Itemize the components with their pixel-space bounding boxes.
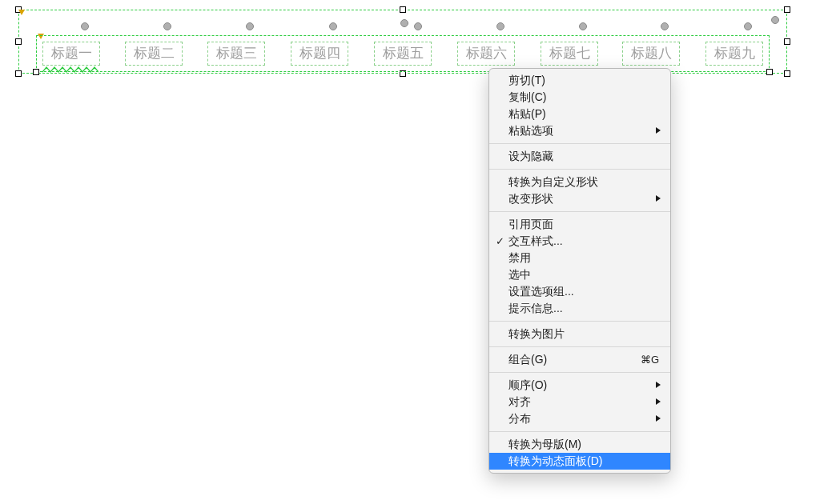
- node-dot[interactable]: [400, 19, 408, 27]
- node-dot[interactable]: [744, 22, 752, 30]
- submenu-arrow-icon: [656, 415, 661, 422]
- menu-cut[interactable]: 剪切(T): [489, 72, 670, 89]
- title-box[interactable]: 标题六: [457, 42, 515, 66]
- title-box[interactable]: 标题二: [125, 42, 183, 66]
- menu-label: 对齐: [508, 395, 531, 408]
- submenu-arrow-icon: [656, 127, 661, 134]
- submenu-arrow-icon: [656, 382, 661, 388]
- handle-nw[interactable]: [15, 6, 22, 13]
- checkmark-icon: ✓: [496, 233, 504, 250]
- handle-ne[interactable]: [784, 6, 790, 13]
- title-label: 标题九: [714, 46, 755, 61]
- menu-convert-to-master[interactable]: 转换为母版(M): [489, 436, 670, 453]
- menu-label: 设置选项组...: [508, 285, 574, 298]
- title-label: 标题八: [631, 46, 672, 61]
- title-box[interactable]: 标题一: [42, 42, 100, 66]
- menu-interaction-styles[interactable]: ✓ 交互样式...: [489, 233, 670, 250]
- title-box[interactable]: 标题四: [291, 42, 348, 66]
- title-box[interactable]: 标题七: [541, 42, 598, 66]
- handle-sw[interactable]: [15, 70, 22, 77]
- menu-label: 提示信息...: [508, 302, 563, 314]
- squiggle-icon: [42, 66, 98, 73]
- node-dot[interactable]: [771, 16, 779, 24]
- menu-label: 粘贴选项: [508, 124, 553, 137]
- menu-label: 交互样式...: [508, 234, 563, 247]
- menu-disable[interactable]: 禁用: [489, 250, 670, 266]
- menu-change-shape[interactable]: 改变形状: [489, 190, 670, 207]
- node-dot[interactable]: [579, 22, 587, 30]
- menu-shortcut: ⌘G: [641, 351, 659, 368]
- menu-label: 转换为自定义形状: [508, 175, 598, 188]
- title-box[interactable]: 标题五: [374, 42, 432, 66]
- menu-label: 引用页面: [508, 218, 553, 230]
- handle-inner-se[interactable]: [766, 69, 773, 75]
- handle-s[interactable]: [400, 70, 406, 77]
- menu-set-hidden[interactable]: 设为隐藏: [489, 148, 670, 165]
- menu-order[interactable]: 顺序(O): [489, 377, 670, 394]
- node-dot[interactable]: [329, 22, 337, 30]
- marker-triangle: [38, 34, 44, 39]
- title-label: 标题四: [299, 46, 340, 61]
- title-label: 标题二: [134, 46, 175, 61]
- menu-separator: [489, 143, 670, 144]
- menu-convert-to-dynamic-panel[interactable]: 转换为动态面板(D): [489, 453, 670, 470]
- handle-se[interactable]: [784, 70, 790, 77]
- menu-convert-custom-shape[interactable]: 转换为自定义形状: [489, 174, 670, 190]
- submenu-arrow-icon: [656, 398, 661, 405]
- submenu-arrow-icon: [656, 195, 661, 202]
- title-box[interactable]: 标题九: [705, 42, 763, 66]
- menu-label: 改变形状: [508, 192, 553, 205]
- menu-label: 设为隐藏: [508, 150, 553, 162]
- node-dot[interactable]: [163, 22, 171, 30]
- menu-distribute[interactable]: 分布: [489, 410, 670, 427]
- title-label: 标题三: [216, 46, 257, 61]
- context-menu: 剪切(T) 复制(C) 粘贴(P) 粘贴选项 设为隐藏 转换为自定义形状 改变形…: [488, 68, 671, 474]
- title-label: 标题七: [549, 46, 590, 61]
- title-label: 标题五: [383, 46, 424, 61]
- menu-separator: [489, 346, 670, 347]
- menu-label: 转换为动态面板(D): [508, 454, 602, 467]
- menu-label: 分布: [508, 412, 531, 425]
- title-label: 标题一: [51, 46, 92, 61]
- node-dot[interactable]: [81, 22, 89, 30]
- menu-reference-page[interactable]: 引用页面: [489, 216, 670, 233]
- node-dot[interactable]: [661, 22, 669, 30]
- menu-label: 选中: [508, 268, 531, 281]
- handle-w[interactable]: [15, 38, 22, 45]
- menu-label: 转换为母版(M): [508, 438, 581, 450]
- menu-copy[interactable]: 复制(C): [489, 89, 670, 106]
- marker-triangle: [18, 10, 25, 15]
- node-dot[interactable]: [414, 22, 422, 30]
- menu-paste-options[interactable]: 粘贴选项: [489, 122, 670, 139]
- menu-separator: [489, 321, 670, 322]
- handle-inner-sw[interactable]: [33, 69, 39, 75]
- title-box[interactable]: 标题三: [207, 42, 265, 66]
- handle-n[interactable]: [400, 6, 406, 13]
- menu-label: 禁用: [508, 251, 531, 264]
- menu-tooltip[interactable]: 提示信息...: [489, 300, 670, 317]
- menu-convert-to-image[interactable]: 转换为图片: [489, 326, 670, 342]
- handle-e[interactable]: [784, 38, 790, 45]
- title-box[interactable]: 标题八: [622, 42, 680, 66]
- menu-separator: [489, 211, 670, 212]
- menu-set-option-group[interactable]: 设置选项组...: [489, 283, 670, 300]
- node-dot[interactable]: [246, 22, 254, 30]
- menu-label: 顺序(O): [508, 378, 547, 391]
- menu-separator: [489, 372, 670, 373]
- menu-separator: [489, 169, 670, 170]
- menu-selected[interactable]: 选中: [489, 266, 670, 283]
- title-label: 标题六: [466, 46, 507, 61]
- menu-label: 组合(G): [508, 353, 547, 366]
- menu-separator: [489, 431, 670, 432]
- menu-paste[interactable]: 粘贴(P): [489, 106, 670, 122]
- design-canvas[interactable]: 标题一 标题二 标题三 标题四 标题五 标题六 标题七 标题八 标题九: [18, 10, 787, 74]
- menu-label: 粘贴(P): [508, 107, 546, 120]
- menu-group[interactable]: 组合(G) ⌘G: [489, 351, 670, 368]
- menu-align[interactable]: 对齐: [489, 394, 670, 410]
- menu-label: 复制(C): [508, 90, 546, 103]
- menu-label: 转换为图片: [508, 327, 565, 340]
- menu-label: 剪切(T): [508, 74, 545, 86]
- node-dot[interactable]: [496, 22, 504, 30]
